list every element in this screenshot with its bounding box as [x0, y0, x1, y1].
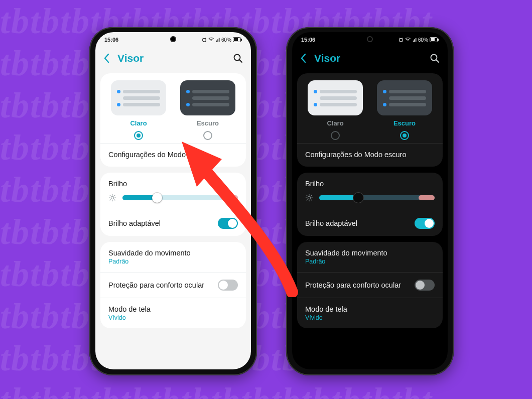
svg-point-11 — [308, 196, 310, 199]
page-title: Visor — [117, 52, 226, 64]
svg-point-6 — [400, 39, 403, 42]
radio-dark[interactable] — [203, 131, 212, 140]
eye-comfort-row[interactable]: Proteção para conforto ocular — [100, 272, 246, 298]
back-icon[interactable] — [103, 53, 110, 64]
back-icon[interactable] — [300, 53, 307, 64]
card-theme: Claro Escuro Configur — [100, 73, 246, 167]
card-theme: Claro Escuro Configur — [297, 73, 443, 167]
theme-option-light[interactable]: Claro — [107, 80, 170, 140]
phone-dark-mode: 15:06 60% Visor — [286, 27, 454, 375]
status-time: 15:06 — [301, 37, 315, 43]
svg-point-10 — [431, 55, 437, 61]
sun-icon — [305, 194, 313, 202]
theme-option-dark[interactable]: Escuro — [373, 80, 436, 140]
theme-light-label: Claro — [327, 119, 343, 127]
brightness-slider[interactable] — [122, 193, 238, 203]
motion-smoothness-row[interactable]: Suavidade do movimento Padrão — [297, 242, 443, 272]
theme-option-dark[interactable]: Escuro — [177, 80, 239, 140]
search-icon[interactable] — [233, 53, 243, 63]
eye-comfort-toggle[interactable] — [218, 280, 238, 291]
svg-rect-3 — [234, 38, 238, 41]
adaptive-brightness-toggle[interactable] — [218, 218, 238, 229]
motion-smoothness-row[interactable]: Suavidade do movimento Padrão — [100, 242, 246, 272]
front-camera-icon — [367, 36, 373, 42]
battery-icon — [430, 37, 439, 42]
theme-thumbnail-dark — [180, 80, 235, 115]
radio-dark[interactable] — [400, 131, 409, 140]
svg-rect-2 — [241, 39, 242, 41]
sun-icon — [108, 194, 116, 202]
battery-icon — [233, 37, 242, 42]
radio-light[interactable] — [134, 131, 143, 140]
alarm-icon — [398, 37, 404, 42]
theme-dark-label: Escuro — [393, 119, 416, 127]
slider-thumb[interactable] — [353, 193, 363, 203]
theme-dark-label: Escuro — [197, 119, 219, 127]
wifi-icon — [208, 37, 214, 42]
card-brightness: Brilho Brilho adaptável — [297, 173, 443, 236]
adaptive-brightness-toggle[interactable] — [415, 218, 435, 229]
screen-mode-row[interactable]: Modo de tela Vívido — [297, 298, 443, 328]
search-icon[interactable] — [430, 53, 440, 63]
front-camera-icon — [170, 36, 176, 42]
status-time: 15:06 — [104, 37, 118, 43]
svg-point-5 — [111, 196, 113, 199]
wifi-icon — [405, 37, 411, 42]
battery-percent: 60% — [418, 37, 428, 43]
eye-comfort-toggle[interactable] — [415, 280, 435, 291]
theme-thumbnail-light — [111, 80, 166, 115]
svg-rect-8 — [438, 39, 439, 41]
brightness-title: Brilho — [108, 180, 238, 188]
theme-option-light[interactable]: Claro — [304, 80, 366, 140]
signal-icon — [413, 37, 417, 42]
svg-point-0 — [203, 39, 206, 42]
dark-mode-settings-row[interactable]: Configurações do Modo escuro — [297, 144, 443, 167]
phone-light-mode: 15:06 60% Visor — [89, 27, 257, 375]
card-display-options: Suavidade do movimento Padrão Proteção p… — [297, 242, 443, 328]
slider-thumb[interactable] — [152, 193, 162, 203]
adaptive-brightness-label: Brilho adaptável — [305, 219, 357, 227]
brightness-title: Brilho — [305, 180, 435, 188]
theme-light-label: Claro — [130, 119, 147, 127]
radio-light[interactable] — [331, 131, 340, 140]
alarm-icon — [202, 37, 207, 42]
status-icons: 60% — [202, 37, 242, 43]
brightness-slider[interactable] — [319, 193, 435, 203]
page-title: Visor — [314, 52, 423, 64]
screen-mode-row[interactable]: Modo de tela Vívido — [100, 298, 246, 328]
adaptive-brightness-label: Brilho adaptável — [108, 219, 161, 227]
status-icons: 60% — [398, 37, 439, 43]
svg-point-4 — [234, 55, 240, 61]
battery-percent: 60% — [221, 37, 231, 43]
signal-icon — [216, 37, 220, 42]
card-brightness: Brilho Brilho adaptável — [100, 173, 246, 236]
dark-mode-settings-row[interactable]: Configurações do Modo e — [100, 144, 246, 167]
svg-rect-9 — [431, 38, 435, 41]
theme-thumbnail-light — [308, 80, 363, 115]
theme-thumbnail-dark — [377, 80, 432, 115]
eye-comfort-row[interactable]: Proteção para conforto ocular — [297, 272, 443, 298]
card-display-options: Suavidade do movimento Padrão Proteção p… — [100, 242, 246, 328]
